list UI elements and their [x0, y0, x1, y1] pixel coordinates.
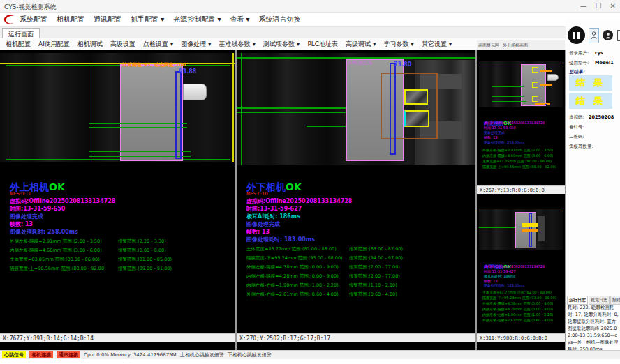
measure-row-alarm: 报警范围:(2.20 - 3.30)	[118, 238, 166, 245]
maximize-button[interactable]: ☐	[596, 2, 602, 10]
tool-spot-check[interactable]: 点检设置 ▾	[143, 40, 173, 49]
user-login-button[interactable]	[589, 28, 599, 43]
part-region	[120, 64, 183, 161]
result-ok-badge: OK	[286, 181, 302, 192]
model-label: 使用型号:	[569, 60, 589, 66]
camera-image-outer-bottom[interactable]: AI检测区域 73.80	[237, 53, 475, 165]
tool-learning-params[interactable]: 学习参数 ▾	[384, 40, 414, 49]
measure-row: 隔膜宽度-上=90.56mm 范围:(88.00 - 92.00)	[10, 266, 106, 272]
mini-process-time: 图像处理耗时: 258.00ms	[484, 140, 524, 144]
neg-tab-count-label: 负极耳数量:	[569, 144, 593, 150]
tool-ai-config[interactable]: AI使用配置	[38, 40, 70, 49]
measure-green-hline	[89, 127, 187, 128]
side-panel: 登录用户: cys 使用型号: Model1 总结果: 结 果 结 果 虚拟码:…	[566, 20, 620, 350]
time-line: 时间:13-31-59-627	[246, 205, 302, 213]
model-select[interactable]: Model1	[595, 60, 614, 66]
tool-advanced-debug[interactable]: 高级调试 ▾	[346, 40, 376, 49]
tab-detect-box	[532, 82, 538, 88]
mini-frame: 帧数: 13	[484, 135, 498, 139]
mini-measure-row: 内侧左极-隔膜=4.28mm 范围:(0.00 - 9.00)	[482, 307, 553, 311]
mini-measure-row: 主体宽度=83.05mm 范围:(80.00 - 86.00)	[482, 159, 552, 163]
measure-green-hline	[307, 126, 347, 127]
menu-light-config[interactable]: 光源控制配置 ▾	[173, 15, 221, 24]
close-button[interactable]: ✕	[610, 2, 616, 10]
heartbeat-badge: 心跳信号	[2, 351, 26, 358]
menu-view[interactable]: 查看 ▾	[230, 15, 249, 24]
tool-test-params[interactable]: 测试项参数 ▾	[263, 40, 300, 49]
tab-run-screen[interactable]: 运行画面	[2, 28, 40, 38]
baseline-yellow-hline	[479, 63, 563, 63]
tool-other-settings[interactable]: 其它设置 ▾	[422, 40, 452, 49]
tool-advanced-settings[interactable]: 高级设置	[110, 40, 135, 49]
menu-comm-config[interactable]: 通讯配置	[94, 15, 121, 24]
pause-button[interactable]	[568, 26, 585, 44]
process-done-line: 图像处理完成	[246, 220, 280, 228]
mes-status: MES:0:11	[10, 191, 31, 197]
measure-green-hline	[237, 112, 347, 113]
measure-green-hline	[492, 101, 526, 102]
tool-image-processing[interactable]: 图像处理 ▾	[181, 40, 211, 49]
baseline-green-hline	[479, 211, 563, 211]
operator-button[interactable]	[603, 30, 613, 40]
tab-detect-box	[404, 89, 428, 105]
measure-green-vline	[91, 65, 91, 160]
window-controls: — ☐ ✕	[580, 2, 616, 10]
mini-view-inner-top[interactable]: 内上相机OK 虚拟码:Offline20250208133134728 时间:1…	[477, 50, 565, 185]
camera-image-outer-top[interactable]: 计算阈值:93, 动态阈值:100 93.88	[0, 53, 235, 162]
mini-measure-row: 内侧左极-右极=1.90mm 范围:(1.00 - 2.20)	[482, 312, 553, 317]
tool-plc-address[interactable]: PLC地址表	[307, 40, 338, 49]
camera-panel-outer-bottom[interactable]: AI检测区域 73.80 外下相机OK MES:0:10 虚拟码:Offline…	[237, 50, 475, 350]
minimize-button[interactable]: —	[580, 2, 587, 10]
tab-detect-box	[532, 96, 538, 102]
overlay-text-mark	[535, 103, 550, 105]
measure-row: 内侧左极-隔膜=4.60mm 范围:(3.00 - 6.00)	[10, 248, 102, 254]
ai-region-label: AI检测区域	[348, 59, 373, 66]
exit-button[interactable]	[617, 30, 620, 41]
pixel-coord-readout: X:311;Y:980;R:0;G:0;B:0	[477, 333, 565, 342]
tool-camera-config[interactable]: 相机配置	[6, 40, 31, 49]
process-done-line: 图像处理完成	[10, 213, 43, 220]
measure-row-alarm: 报警范围:(89.00 - 91.00)	[118, 266, 172, 272]
total-result-label: 总结果:	[569, 69, 584, 75]
mini-time: 时间:13-31-59-627	[484, 269, 516, 273]
login-user-label: 登录用户:	[569, 50, 589, 56]
measure-row-alarm: 报警范围:(83.00 - 87.00)	[349, 246, 403, 252]
camera-connection-badge: 相机连接	[29, 351, 53, 358]
result-status-box-2: 结 果	[569, 93, 612, 109]
blue-measure-value: 93.88	[179, 68, 196, 75]
menu-gripper-config[interactable]: 抓手配置 ▾	[131, 15, 164, 24]
comm-connection-badge: 通讯连接	[57, 351, 80, 358]
menu-language-switch[interactable]: 系统语言切换	[259, 15, 301, 24]
time-line: 时间:13-31-59-650	[10, 205, 65, 213]
mini-process-done: 图像处理完成	[484, 130, 505, 135]
mini-view-header: 画面显示区 外上相机画面	[477, 40, 565, 50]
mini-time: 时间:13-31-59-650	[484, 126, 516, 130]
measure-green-hline	[492, 86, 524, 87]
mini-barcode: 虚拟码:Offline20250208133134728	[484, 264, 545, 268]
pixel-coord-readout: X:270;Y:2502;R:17;G:17;B:17	[237, 333, 475, 342]
frame-line: 帧数: 13	[10, 220, 33, 228]
frame-line: 帧数: 13	[246, 228, 270, 236]
lower-camera-status: 下相机心跳触发报警	[228, 351, 272, 358]
process-time-line: 图像处理耗时: 258.00ms	[10, 228, 78, 236]
measure-green-hline	[492, 96, 524, 97]
tool-baseline-params[interactable]: 基准线参数 ▾	[219, 40, 256, 49]
result-ok-badge: OK	[49, 181, 65, 192]
status-bar: 心跳信号 相机连接 通讯连接 Cpu: 0.0% Memory: 3424.41…	[0, 350, 620, 359]
run-log-text[interactable]: 耗时: 222, 轮廓检测耗时: 17, 轮廓分离耗时: 0, 轮廓提取分区耗时…	[568, 304, 619, 353]
tab-detect-box	[532, 67, 538, 73]
mini-header-label[interactable]: 外上相机画面	[503, 43, 528, 49]
measure-green-hline	[237, 107, 347, 109]
mini-view-inner-bottom[interactable]: 内下相机OK 虚拟码:Offline20250208133134728 时间:1…	[477, 194, 565, 283]
mini-measure-row: 隔膜宽度-下=95.24mm 范围:(93.00 - 98.00)	[482, 296, 556, 300]
mini-measure-row: 外侧左极-隔膜=4.38mm 范围:(0.00 - 9.00)	[482, 301, 553, 305]
measure-row-alarm: 报警范围:(2.00 - 77.00)	[349, 273, 400, 280]
camera-panel-outer-top[interactable]: 计算阈值:93, 动态阈值:100 93.88 外上相机OK MES:0:11 …	[0, 50, 235, 350]
tool-camera-debug[interactable]: 相机调试	[78, 40, 103, 49]
measure-green-hline	[479, 232, 517, 232]
machinery-block	[538, 216, 545, 241]
menu-system-config[interactable]: 系统配置	[20, 15, 47, 24]
mini-header-label[interactable]: 画面显示区	[478, 43, 499, 49]
menu-camera-config[interactable]: 相机配置	[57, 15, 84, 24]
mini-barcode: 虚拟码:Offline20250208133134728	[484, 121, 545, 125]
